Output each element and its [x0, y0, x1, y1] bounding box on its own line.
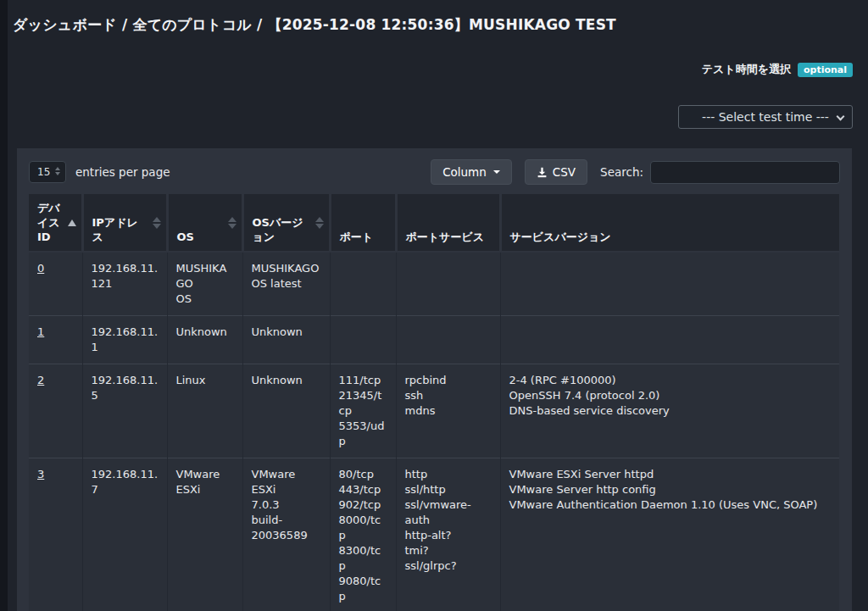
col-header-os-version[interactable]: OSバージョン	[242, 194, 330, 252]
sort-both-icon	[315, 217, 324, 229]
cell-service-versions	[500, 252, 839, 316]
col-label: デバイスID	[37, 202, 60, 243]
search-input[interactable]	[650, 161, 840, 184]
cell-os-version: Unknown	[242, 364, 330, 458]
table-header-row: デバイスID IPアドレス OS OSバージョン ポート	[29, 194, 839, 252]
test-time-select[interactable]: --- Select test time ---	[678, 105, 853, 129]
cell-device-id: 2	[29, 364, 82, 458]
cell-port-services	[396, 316, 500, 364]
cell-os: MUSHIKAGO OS	[167, 252, 242, 316]
col-header-service-version[interactable]: サービスバージョン	[500, 194, 839, 252]
device-id-link[interactable]: 0	[37, 262, 44, 275]
column-dropdown-button[interactable]: Column	[431, 159, 512, 185]
cell-os-version: Unknown	[242, 316, 330, 364]
cell-ip: 192.168.11.5	[82, 364, 167, 458]
test-time-select-value: --- Select test time ---	[702, 110, 829, 124]
cell-service-versions: 2-4 (RPC #100000) OpenSSH 7.4 (protocol …	[500, 364, 839, 458]
breadcrumb-title: ダッシュボード / 全てのプロトコル / 【2025-12-08 12:50:3…	[13, 15, 616, 35]
col-header-device-id[interactable]: デバイスID	[29, 194, 82, 252]
caret-down-icon	[493, 170, 500, 174]
sort-both-icon	[228, 217, 236, 229]
cell-os: Linux	[167, 364, 242, 458]
col-header-port-service[interactable]: ポートサービス	[396, 194, 500, 252]
sort-asc-icon	[68, 219, 76, 226]
device-table-panel: 15 entries per page Column CSV Search: デ…	[17, 148, 852, 611]
cell-ports: 80/tcp 443/tcp 902/tcp 8000/tcp 8300/tcp…	[330, 458, 396, 611]
test-time-field-label: テスト時間を選択 optional	[702, 62, 853, 77]
csv-export-button[interactable]: CSV	[525, 159, 587, 185]
sort-both-icon	[153, 217, 161, 229]
col-label: OS	[177, 231, 194, 243]
col-label: OSバージョン	[253, 216, 303, 243]
cell-port-services: rpcbind ssh mdns	[396, 364, 500, 458]
col-label: IPアドレス	[92, 216, 138, 243]
cell-ip: 192.168.11.1	[82, 316, 167, 364]
cell-device-id: 3	[29, 458, 82, 611]
page-size-value: 15	[37, 166, 50, 178]
search-label: Search:	[600, 165, 643, 179]
table-row: 2 192.168.11.5 Linux Unknown 111/tcp 213…	[29, 364, 839, 458]
device-id-link[interactable]: 3	[37, 468, 44, 480]
col-header-os[interactable]: OS	[167, 194, 242, 252]
cell-service-versions	[500, 316, 839, 364]
download-icon	[537, 167, 548, 178]
device-table: デバイスID IPアドレス OS OSバージョン ポート	[29, 194, 839, 611]
table-row: 0 192.168.11.121 MUSHIKAGO OS MUSHIKAGO …	[29, 252, 839, 316]
col-label: サービスバージョン	[510, 231, 611, 243]
table-row: 3 192.168.11.7 VMware ESXi VMware ESXi 7…	[29, 458, 839, 611]
column-button-label: Column	[442, 165, 487, 179]
page-size-input[interactable]: 15	[29, 161, 66, 183]
cell-port-services: http ssl/http ssl/vmware-auth http-alt? …	[396, 458, 500, 611]
cell-service-versions: VMware ESXi Server httpd VMware Server h…	[500, 458, 839, 611]
cell-os: VMware ESXi	[167, 458, 242, 611]
cell-device-id: 0	[29, 252, 82, 316]
col-header-port[interactable]: ポート	[330, 194, 396, 252]
table-toolbar: 15 entries per page Column CSV Search:	[29, 159, 840, 185]
test-time-label: テスト時間を選択	[702, 62, 791, 77]
cell-os-version: MUSHIKAGO OS latest	[242, 252, 330, 316]
cell-os: Unknown	[167, 316, 242, 364]
entries-per-page-label: entries per page	[75, 165, 170, 179]
optional-badge: optional	[798, 63, 853, 77]
cell-port-services	[396, 252, 500, 316]
cell-os-version: VMware ESXi 7.0.3 build-20036589	[242, 458, 330, 611]
csv-button-label: CSV	[553, 165, 576, 179]
col-label: ポートサービス	[406, 231, 485, 243]
table-row: 1 192.168.11.1 Unknown Unknown	[29, 316, 839, 364]
cell-ip: 192.168.11.121	[82, 252, 167, 316]
device-id-link[interactable]: 2	[37, 374, 44, 386]
col-label: ポート	[340, 231, 374, 243]
chevron-down-icon	[837, 113, 845, 121]
col-header-ip[interactable]: IPアドレス	[82, 194, 167, 252]
cell-ip: 192.168.11.7	[82, 458, 167, 611]
device-id-link[interactable]: 1	[37, 325, 44, 338]
cell-ports	[330, 316, 396, 364]
spinner-arrows-icon[interactable]	[55, 167, 60, 175]
cell-ports	[330, 252, 396, 316]
table-body: 0 192.168.11.121 MUSHIKAGO OS MUSHIKAGO …	[29, 252, 839, 611]
cell-ports: 111/tcp 21345/tcp 5353/udp	[330, 364, 396, 458]
cell-device-id: 1	[29, 316, 82, 364]
left-edge-strip	[0, 0, 8, 611]
